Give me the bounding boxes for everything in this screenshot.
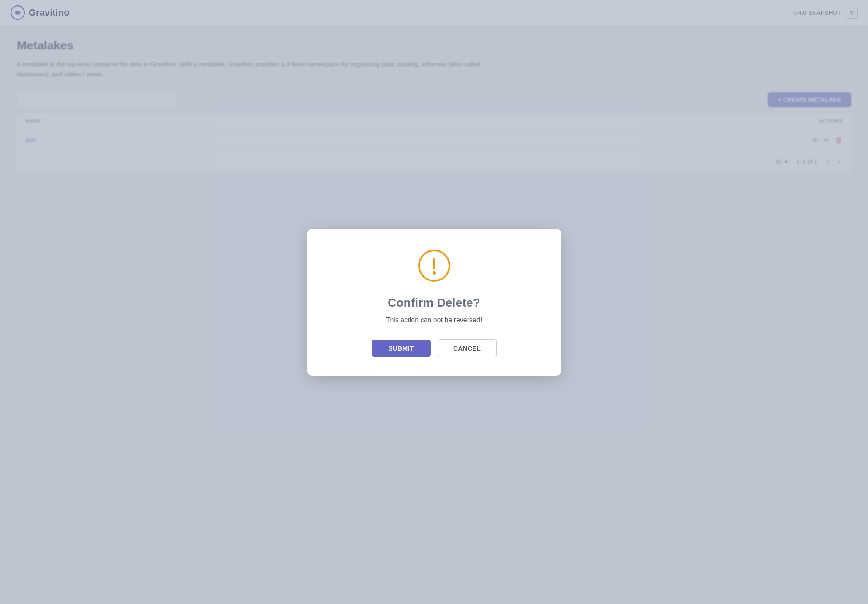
svg-point-4	[433, 271, 436, 275]
warning-icon	[417, 249, 451, 283]
dialog-buttons: SUBMIT CANCEL	[372, 339, 497, 357]
submit-button[interactable]: SUBMIT	[372, 340, 431, 357]
svg-rect-3	[433, 258, 435, 269]
dialog-title: Confirm Delete?	[388, 296, 480, 310]
cancel-button[interactable]: CANCEL	[438, 339, 497, 357]
dialog-message: This action can not be reversed!	[386, 316, 482, 324]
warning-icon-wrap	[417, 249, 451, 284]
modal-overlay: Confirm Delete? This action can not be r…	[0, 0, 868, 604]
confirm-delete-dialog: Confirm Delete? This action can not be r…	[307, 229, 561, 376]
